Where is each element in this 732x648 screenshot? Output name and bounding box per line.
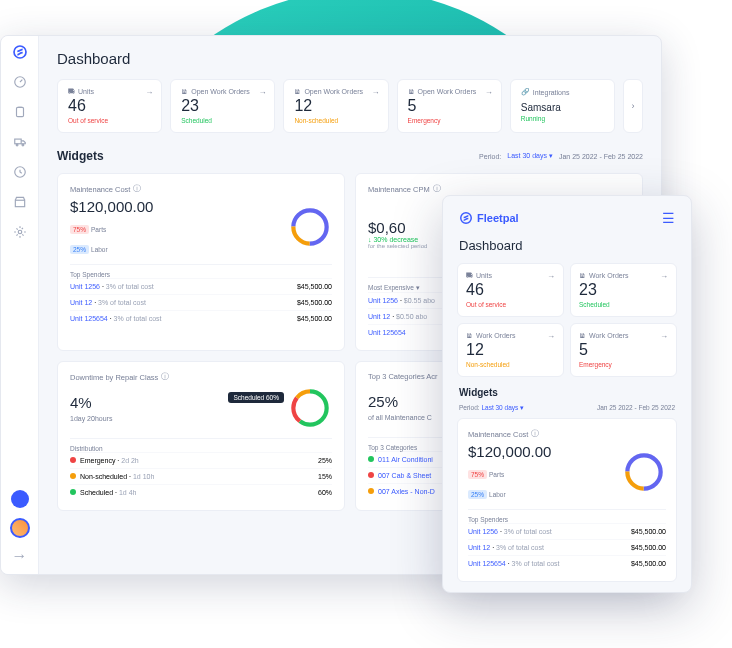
- stat-value: 12: [294, 97, 377, 115]
- doc-icon: 🗎: [408, 88, 415, 95]
- sidebar: →: [1, 36, 39, 574]
- arrow-icon: →: [145, 88, 153, 97]
- mobile-stat-wo-3[interactable]: 🗎Work Orders→ 5 Emergency: [570, 323, 677, 377]
- arrow-icon: →: [372, 88, 380, 97]
- svg-point-17: [461, 213, 472, 224]
- mobile-period-select[interactable]: Last 30 days ▾: [481, 404, 524, 411]
- dashboard-icon[interactable]: [12, 74, 28, 90]
- stat-status: Non-scheduled: [294, 117, 377, 124]
- list-row: Emergency · 2d 2h25%: [70, 452, 332, 468]
- widget-value: $120,000.00: [70, 198, 153, 215]
- widget-title: Top 3 Categories Acr: [368, 372, 438, 381]
- stat-status: Running: [521, 115, 604, 122]
- list-row[interactable]: Unit 12 · 3% of total cost$45,500.00: [70, 294, 332, 310]
- stat-value: 23: [181, 97, 264, 115]
- stat-status: Emergency: [408, 117, 491, 124]
- stat-label: Integrations: [533, 89, 570, 96]
- svg-rect-2: [16, 107, 23, 116]
- stat-card-open-wo-2[interactable]: 🗎Open Work Orders → 12 Non-scheduled: [283, 79, 388, 133]
- period-label: Period:: [479, 153, 501, 160]
- stat-card-open-wo-3[interactable]: 🗎Open Work Orders → 5 Emergency: [397, 79, 502, 133]
- brand-logo[interactable]: Fleetpal: [459, 211, 519, 225]
- subhead: Distribution: [70, 438, 332, 452]
- stat-card-open-wo-1[interactable]: 🗎Open Work Orders → 23 Scheduled: [170, 79, 275, 133]
- mobile-page-title: Dashboard: [459, 238, 675, 253]
- doc-icon: 🗎: [181, 88, 188, 95]
- list-row: Non-scheduled · 1d 10h15%: [70, 468, 332, 484]
- mobile-stat-wo-1[interactable]: 🗎Work Orders→ 23 Scheduled: [570, 263, 677, 317]
- truck-icon[interactable]: [12, 134, 28, 150]
- svg-rect-3: [14, 139, 20, 144]
- gear-icon[interactable]: [12, 224, 28, 240]
- widget-value: 4%: [70, 394, 112, 411]
- logo-icon[interactable]: [12, 44, 28, 60]
- widget-title: Maintenance CPM: [368, 185, 430, 194]
- widget-value: 25%: [368, 393, 432, 410]
- donut-chart: [288, 205, 332, 249]
- period-range: Jan 25 2022 - Feb 25 2022: [559, 153, 643, 160]
- widget-title: Downtime by Repair Class: [70, 373, 158, 382]
- period-select[interactable]: Last 30 days ▾: [507, 152, 553, 160]
- mobile-widgets-title: Widgets: [459, 387, 498, 398]
- clock-icon[interactable]: [12, 164, 28, 180]
- mobile-stat-wo-2[interactable]: 🗎Work Orders→ 12 Non-scheduled: [457, 323, 564, 377]
- mobile-donut: [622, 450, 666, 494]
- mobile-window: Fleetpal ☰ Dashboard ⛟Units→ 46 Out of s…: [442, 195, 692, 593]
- svg-rect-7: [15, 200, 24, 206]
- stat-label: Open Work Orders: [191, 88, 250, 95]
- stat-label: Open Work Orders: [304, 88, 363, 95]
- doc-icon: 🗎: [294, 88, 301, 95]
- stat-row: ⛟Units → 46 Out of service 🗎Open Work Or…: [57, 79, 643, 133]
- arrow-icon: →: [485, 88, 493, 97]
- menu-icon[interactable]: ☰: [662, 210, 675, 226]
- list-row[interactable]: Unit 125654 · 3% of total cost$45,500.00: [70, 310, 332, 326]
- mobile-period-range: Jan 25 2022 - Feb 25 2022: [597, 404, 675, 412]
- scroll-right-button[interactable]: ›: [623, 79, 643, 133]
- list-row[interactable]: Unit 1256 · 3% of total cost$45,500.00: [468, 523, 666, 539]
- widgets-title: Widgets: [57, 149, 104, 163]
- stat-card-units[interactable]: ⛟Units → 46 Out of service: [57, 79, 162, 133]
- subhead: Top Spenders: [70, 264, 332, 278]
- page-title: Dashboard: [57, 50, 643, 67]
- stat-label: Open Work Orders: [418, 88, 477, 95]
- widget-value: $0,60: [368, 219, 427, 236]
- link-icon: 🔗: [521, 88, 530, 96]
- widget-downtime: Downtime by Repair Class ⓘ 4% 1day 20hou…: [57, 361, 345, 511]
- arrow-icon: →: [258, 88, 266, 97]
- subhead: Most Expensive: [368, 284, 414, 291]
- help-icon[interactable]: [11, 490, 29, 508]
- clipboard-icon[interactable]: [12, 104, 28, 120]
- shop-icon[interactable]: [12, 194, 28, 210]
- stat-label: Units: [78, 88, 94, 95]
- stat-status: Out of service: [68, 117, 151, 124]
- svg-point-5: [22, 144, 24, 146]
- widget-title: Maintenance Cost: [70, 185, 130, 194]
- widget-maintenance-cost: Maintenance Cost ⓘ $120,000.00 75%Parts …: [57, 173, 345, 351]
- widgets-header: Widgets Period: Last 30 days ▾ Jan 25 20…: [57, 149, 643, 163]
- list-row[interactable]: Unit 125654 · 3% of total cost$45,500.00: [468, 555, 666, 571]
- mobile-widget-maint-cost: Maintenance Cost ⓘ $120,000.00 75%Parts …: [457, 418, 677, 582]
- stat-value: 46: [68, 97, 151, 115]
- truck-icon: ⛟: [68, 88, 75, 95]
- svg-point-0: [14, 46, 26, 58]
- avatar[interactable]: [10, 518, 30, 538]
- parts-pct: 75%: [70, 225, 89, 234]
- stat-card-integrations[interactable]: 🔗Integrations Samsara Running: [510, 79, 615, 133]
- tooltip: Scheduled 60%: [228, 392, 284, 403]
- list-row[interactable]: Unit 1256 · 3% of total cost$45,500.00: [70, 278, 332, 294]
- stat-value: Samsara: [521, 102, 604, 113]
- list-row[interactable]: Unit 12 · 3% of total cost$45,500.00: [468, 539, 666, 555]
- svg-point-4: [16, 144, 18, 146]
- arrow-right-icon[interactable]: →: [12, 548, 28, 564]
- svg-point-8: [18, 230, 22, 234]
- donut-chart: [288, 386, 332, 430]
- labor-pct: 25%: [70, 245, 89, 254]
- stat-status: Scheduled: [181, 117, 264, 124]
- stat-value: 5: [408, 97, 491, 115]
- mobile-stat-units[interactable]: ⛟Units→ 46 Out of service: [457, 263, 564, 317]
- list-row: Scheduled · 1d 4h60%: [70, 484, 332, 500]
